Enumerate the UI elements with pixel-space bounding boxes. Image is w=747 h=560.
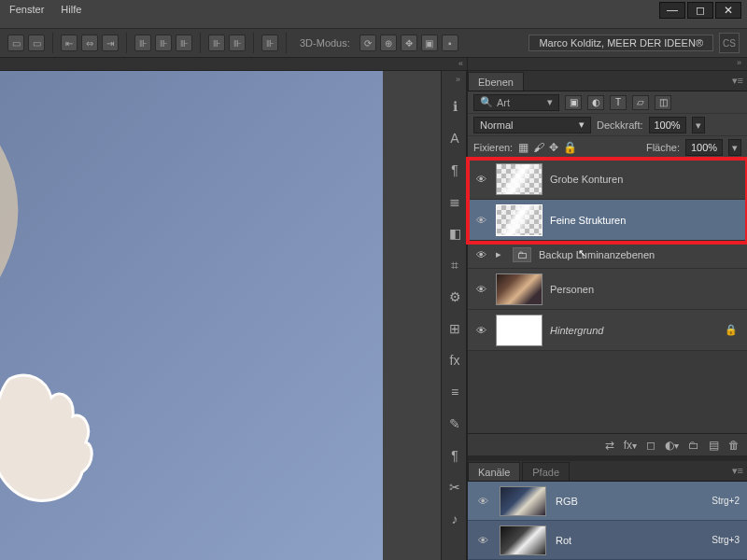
dist-icon-2[interactable]: ⊪ bbox=[155, 35, 172, 51]
navigator-icon[interactable]: ◧ bbox=[442, 220, 468, 246]
mode3d-icon-2[interactable]: ⊕ bbox=[380, 35, 397, 51]
canvas-area[interactable] bbox=[0, 71, 383, 560]
visibility-toggle-icon[interactable]: 👁 bbox=[475, 496, 490, 507]
fx-icon[interactable]: fx bbox=[442, 347, 468, 373]
layer-name[interactable]: Grobe Konturen bbox=[550, 174, 741, 185]
lock-icon: 🔒 bbox=[725, 324, 738, 336]
panel-menu-icon[interactable]: ▾≡ bbox=[732, 465, 743, 477]
layers-lock-row: Fixieren: ▦ 🖌 ✥ 🔒 Fläche: 100% ▾ bbox=[468, 136, 747, 159]
delete-layer-icon[interactable]: 🗑 bbox=[728, 439, 740, 452]
layer-fx-icon[interactable]: fx▾ bbox=[624, 439, 637, 452]
dist-icon-1[interactable]: ⊪ bbox=[134, 35, 151, 51]
swatches-icon[interactable]: ⚙ bbox=[442, 284, 468, 310]
layer-row[interactable]: 👁 Personen bbox=[468, 269, 747, 310]
dist-icon-3[interactable]: ⊪ bbox=[176, 35, 192, 51]
layer-thumbnail[interactable] bbox=[496, 204, 543, 236]
layer-thumbnail[interactable] bbox=[496, 273, 543, 305]
filter-adjust-icon[interactable]: ◐ bbox=[587, 95, 604, 110]
styles2-icon[interactable]: ⊞ bbox=[442, 315, 468, 342]
opt-icon-1[interactable]: ▭ bbox=[7, 35, 24, 51]
opt-icon-2[interactable]: ▭ bbox=[28, 35, 45, 51]
group-expand-icon[interactable]: ▸ bbox=[496, 248, 501, 260]
mode3d-icon-3[interactable]: ✥ bbox=[401, 35, 417, 51]
character-icon[interactable]: A bbox=[442, 125, 468, 151]
filter-shape-icon[interactable]: ▱ bbox=[632, 95, 649, 110]
layer-row[interactable]: 👁 ▸ 🗀 Backup Luminanzebenen ↖ bbox=[468, 241, 747, 269]
close-button[interactable]: ✕ bbox=[715, 2, 741, 19]
collapse-chevron-icon[interactable]: « bbox=[458, 59, 463, 68]
layer-filter-dropdown[interactable]: 🔍 Art ▾ bbox=[473, 94, 559, 111]
blend-mode-dropdown[interactable]: Normal ▾ bbox=[473, 117, 591, 133]
layers-panel-footer: ⇄ fx▾ ◻ ◐▾ 🗀 ▤ 🗑 bbox=[468, 433, 747, 455]
dist-icon-4[interactable]: ⊪ bbox=[208, 35, 225, 51]
visibility-toggle-icon[interactable]: 👁 bbox=[473, 174, 488, 185]
visibility-toggle-icon[interactable]: 👁 bbox=[473, 284, 488, 295]
layer-name[interactable]: Feine Strukturen bbox=[550, 215, 741, 226]
lock-all-icon[interactable]: 🔒 bbox=[563, 141, 577, 154]
group-layers-icon[interactable]: 🗀 bbox=[688, 439, 699, 452]
tab-pfade[interactable]: Pfade bbox=[522, 462, 570, 481]
menu-fenster[interactable]: Fenster bbox=[9, 4, 44, 21]
visibility-toggle-icon[interactable]: 👁 bbox=[473, 249, 488, 260]
tab-kanaele[interactable]: Kanäle bbox=[468, 462, 520, 481]
histogram-icon[interactable]: ⌗ bbox=[442, 252, 468, 278]
mode3d-icon-4[interactable]: ▣ bbox=[421, 35, 438, 51]
layer-thumbnail[interactable] bbox=[496, 163, 543, 195]
adjustment-layer-icon[interactable]: ◐▾ bbox=[665, 439, 679, 452]
visibility-toggle-icon[interactable]: 👁 bbox=[473, 215, 488, 226]
layers-panel-tabs: Ebenen ▾≡ bbox=[468, 71, 747, 91]
menu-hilfe[interactable]: Hilfe bbox=[61, 4, 81, 21]
align-icon-2[interactable]: ⇔ bbox=[81, 35, 98, 51]
panel-menu-icon[interactable]: ▾≡ bbox=[732, 75, 743, 87]
dist-icon-5[interactable]: ⊪ bbox=[229, 35, 246, 51]
layer-name[interactable]: Personen bbox=[550, 284, 741, 295]
layers-blend-row: Normal ▾ Deckkraft: 100% ▾ bbox=[468, 114, 747, 136]
layer-thumbnail[interactable] bbox=[496, 315, 543, 346]
fill-flyout[interactable]: ▾ bbox=[728, 139, 741, 156]
clone-icon[interactable]: ✂ bbox=[442, 474, 468, 500]
maximize-button[interactable]: ◻ bbox=[687, 2, 713, 19]
paragraph2-icon[interactable]: ¶ bbox=[442, 442, 468, 469]
dist-icon-6[interactable]: ⊪ bbox=[261, 35, 278, 51]
notes-icon[interactable]: ♪ bbox=[442, 506, 468, 532]
opacity-flyout[interactable]: ▾ bbox=[692, 117, 705, 133]
layer-row[interactable]: 👁 Grobe Konturen bbox=[468, 159, 747, 200]
layer-name[interactable]: Hintergrund bbox=[550, 325, 717, 336]
visibility-toggle-icon[interactable]: 👁 bbox=[473, 325, 488, 336]
brush-icon[interactable]: ✎ bbox=[442, 411, 468, 437]
tab-ebenen[interactable]: Ebenen bbox=[468, 72, 524, 91]
filter-smart-icon[interactable]: ◫ bbox=[655, 95, 671, 110]
channel-row[interactable]: 👁 RGB Strg+2 bbox=[468, 482, 747, 521]
mode3d-icon-5[interactable]: ▪ bbox=[442, 35, 458, 51]
paragraph-icon[interactable]: ¶ bbox=[442, 157, 468, 183]
layer-mask-icon[interactable]: ◻ bbox=[646, 439, 655, 452]
opacity-input[interactable]: 100% bbox=[649, 117, 686, 133]
workspace-profile[interactable]: Marco Kolditz, MEER DER IDEEN® bbox=[529, 35, 713, 51]
lock-icons: ▦ 🖌 ✥ 🔒 bbox=[518, 141, 577, 154]
new-layer-icon[interactable]: ▤ bbox=[709, 439, 719, 452]
align-icon-3[interactable]: ⇥ bbox=[102, 35, 119, 51]
fill-input[interactable]: 100% bbox=[685, 139, 723, 156]
channel-list: 👁 RGB Strg+2 👁 Rot Strg+3 bbox=[468, 482, 747, 560]
filter-type-icon[interactable]: T bbox=[610, 95, 627, 110]
align-icon-1[interactable]: ⇤ bbox=[61, 35, 78, 51]
panel-collapse-bar[interactable]: » bbox=[468, 58, 747, 71]
lock-pixels-icon[interactable]: 🖌 bbox=[533, 141, 544, 154]
link-layers-icon[interactable]: ⇄ bbox=[605, 439, 614, 452]
info-icon[interactable]: ℹ bbox=[442, 93, 468, 119]
mode3d-icon-1[interactable]: ⟳ bbox=[359, 35, 376, 51]
styles-icon[interactable]: ≣ bbox=[442, 189, 468, 215]
cs-live-icon[interactable]: CS bbox=[719, 33, 740, 53]
dock-expand-icon[interactable]: » bbox=[456, 75, 460, 84]
layer-row[interactable]: 👁 Feine Strukturen bbox=[468, 200, 747, 241]
actions-icon[interactable]: ≡ bbox=[442, 379, 468, 405]
layer-row[interactable]: 👁 Hintergrund 🔒 bbox=[468, 310, 747, 351]
channel-row[interactable]: 👁 Rot Strg+3 bbox=[468, 521, 747, 560]
lock-transparent-icon[interactable]: ▦ bbox=[518, 141, 529, 154]
filter-image-icon[interactable]: ▣ bbox=[565, 95, 582, 110]
channel-shortcut: Strg+2 bbox=[712, 496, 740, 506]
visibility-toggle-icon[interactable]: 👁 bbox=[475, 535, 490, 546]
lock-position-icon[interactable]: ✥ bbox=[549, 141, 558, 154]
minimize-button[interactable]: — bbox=[659, 2, 685, 19]
layer-name[interactable]: Backup Luminanzebenen bbox=[539, 249, 741, 260]
